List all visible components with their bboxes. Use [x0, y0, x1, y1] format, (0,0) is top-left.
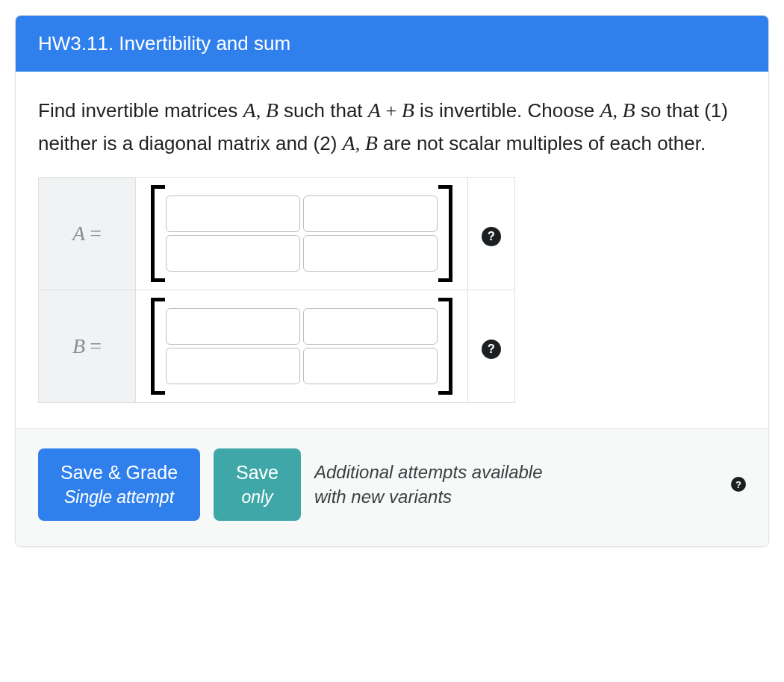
note-line: with new variants	[314, 487, 452, 507]
label-eq: =	[85, 222, 102, 245]
matrix-b-input-0-1[interactable]	[303, 308, 438, 345]
help-icon[interactable]: ?	[482, 227, 501, 246]
button-label-main: Save	[236, 462, 279, 483]
help-cell-b: ?	[468, 290, 515, 403]
matrix-b-input-1-0[interactable]	[166, 348, 300, 384]
math-var-a: A	[368, 98, 381, 122]
matrix-a-input-0-0[interactable]	[166, 195, 300, 232]
label-var: A	[72, 222, 85, 245]
text-fragment: ,	[355, 133, 365, 154]
matrix-brackets	[149, 298, 454, 395]
text-fragment: Choose	[528, 99, 600, 122]
matrix-a-input-1-1[interactable]	[303, 235, 438, 272]
help-icon[interactable]: ?	[482, 340, 501, 359]
question-card: HW3.11. Invertibility and sum Find inver…	[15, 15, 769, 547]
card-body: Find invertible matrices A, B such that …	[16, 72, 768, 428]
matrix-label-b: B=	[39, 290, 136, 403]
help-icon[interactable]: ?	[731, 477, 746, 492]
button-label-sub: Single attempt	[60, 486, 178, 509]
math-var-b: B	[402, 98, 414, 122]
matrix-cell-b	[136, 290, 468, 403]
save-only-button[interactable]: Save only	[214, 448, 301, 521]
question-title: HW3.11. Invertibility and sum	[38, 32, 290, 54]
help-cell-a: ?	[468, 178, 515, 290]
label-eq: =	[85, 334, 102, 357]
matrix-cell-a	[136, 178, 468, 290]
matrix-grid-a	[161, 185, 442, 282]
math-plus: +	[381, 100, 402, 122]
matrix-grid-b	[161, 298, 442, 395]
math-var-a: A	[343, 131, 355, 154]
matrix-b-input-1-1[interactable]	[303, 348, 438, 384]
attempts-note: Additional attempts available with new v…	[314, 460, 718, 510]
note-line: Additional attempts available	[314, 462, 543, 482]
math-var-a: A	[600, 98, 612, 122]
matrix-b-input-0-0[interactable]	[166, 308, 300, 345]
matrix-brackets	[149, 185, 454, 282]
text-fragment: Find invertible matrices	[38, 99, 243, 122]
text-fragment: ,	[613, 100, 623, 122]
bracket-left-icon	[149, 185, 161, 282]
bracket-right-icon	[442, 185, 454, 282]
bracket-right-icon	[442, 298, 454, 395]
save-and-grade-button[interactable]: Save & Grade Single attempt	[38, 448, 200, 521]
problem-statement: Find invertible matrices A, B such that …	[38, 94, 746, 159]
card-header: HW3.11. Invertibility and sum	[16, 16, 768, 72]
math-var-b: B	[365, 131, 378, 154]
text-fragment: ,	[256, 100, 266, 122]
matrix-a-input-1-0[interactable]	[166, 235, 300, 272]
matrix-row-a: A= ?	[39, 178, 515, 290]
bracket-left-icon	[149, 298, 161, 395]
label-var: B	[72, 334, 85, 357]
button-label-main: Save & Grade	[60, 462, 178, 483]
matrix-label-a: A=	[39, 178, 136, 290]
matrix-row-b: B= ?	[39, 290, 515, 403]
math-var-b: B	[266, 98, 279, 122]
math-var-a: A	[243, 98, 256, 122]
button-label-sub: only	[236, 486, 279, 509]
text-fragment: are not scalar multiples of each other.	[378, 132, 706, 154]
card-footer: Save & Grade Single attempt Save only Ad…	[16, 428, 768, 546]
math-var-b: B	[623, 98, 635, 122]
matrix-input-group: A= ?	[38, 177, 515, 403]
matrix-a-input-0-1[interactable]	[303, 195, 438, 232]
text-fragment: is invertible.	[414, 99, 523, 122]
text-fragment: such that	[279, 99, 368, 122]
